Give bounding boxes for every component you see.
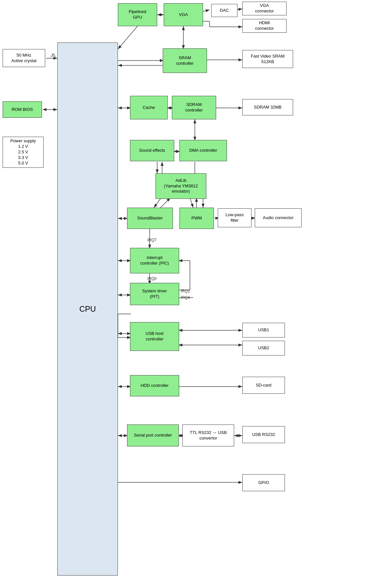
gpio-label: GPIO <box>258 480 269 486</box>
usb1-label: USB1 <box>258 327 269 333</box>
ttl-rs232-box: TTL RS232 ↔ USBconvertor <box>182 424 234 446</box>
svg-line-29 <box>190 198 193 208</box>
dma-controller-label: DMA controller <box>189 148 217 153</box>
svg-line-9 <box>118 26 138 49</box>
irq0-label: IRQ0 <box>147 276 157 281</box>
hdmi-connector-label: HDMIconnector <box>255 20 274 31</box>
usb-host-controller-label: USB hostcontroller <box>146 331 164 342</box>
soundblaster-label: SoundBlaster <box>137 216 163 221</box>
sd-card-box: SD-card <box>242 377 285 394</box>
rom-bios-label: ROM BIOS <box>11 107 33 112</box>
diagram-container: CPU PipelinedGPU VGA DAC VGAconnector HD… <box>0 0 372 588</box>
adlib-box: AdLib(Yamaha YM3812emulator) <box>156 173 206 199</box>
irq4-label: IRQ4 <box>181 295 190 300</box>
usb1-box: USB1 <box>242 323 285 337</box>
dac-label: DAC <box>220 8 229 13</box>
usb-host-controller-box: USB hostcontroller <box>130 322 179 351</box>
audio-connector-box: Audio connector <box>255 208 302 227</box>
active-crystal-box: 50 MHzActive crystal <box>3 49 45 67</box>
cpu-box: CPU <box>57 43 118 576</box>
pwm-label: PWM <box>192 216 202 221</box>
rom-bios-box: ROM BIOS <box>3 101 42 118</box>
interrupt-controller-box: Interruptcontroller (PIC) <box>130 248 179 273</box>
vga-connector-label: VGAconnector <box>255 3 274 14</box>
svg-line-28 <box>160 198 170 208</box>
cache-label: Cache <box>143 105 155 111</box>
sdram-32mb-label: SDRAM 32MB <box>254 105 282 110</box>
sram-controller-label: SRAMcontroller <box>176 55 194 66</box>
serial-port-controller-label: Serial port controller <box>134 433 172 438</box>
dma-controller-box: DMA controller <box>179 140 227 161</box>
dac-box: DAC <box>211 4 237 17</box>
fast-video-sram-label: Fast Video SRAM512KB <box>251 54 285 65</box>
sd-card-label: SD-card <box>256 383 271 388</box>
sdram-32mb-box: SDRAM 32MB <box>242 99 293 115</box>
system-timer-box: System timer(PIT) <box>130 283 179 305</box>
sound-effects-label: Sound effects <box>139 148 165 153</box>
power-supply-label: Power supply1.2 V2.5 V3.3 V5.0 V <box>10 138 36 166</box>
vga-connector-box: VGAconnector <box>242 2 287 15</box>
irq7-label: IRQ7 <box>147 238 157 242</box>
pipelined-gpu-label: PipelinedGPU <box>129 9 146 20</box>
pwm-box: PWM <box>179 208 214 229</box>
gpio-box: GPIO <box>242 474 285 491</box>
usb2-box: USB2 <box>242 341 285 355</box>
lowpass-filter-box: Low-passfilter <box>218 208 251 227</box>
sram-controller-box: SRAMcontroller <box>163 48 207 73</box>
usb2-label: USB2 <box>258 345 269 351</box>
pipelined-gpu-box: PipelinedGPU <box>118 3 157 26</box>
arrows-svg <box>0 0 372 588</box>
active-crystal-label: 50 MHzActive crystal <box>11 53 37 64</box>
interrupt-controller-label: Interruptcontroller (PIC) <box>140 255 169 266</box>
vga-box: VGA <box>164 3 203 26</box>
soundblaster-box: SoundBlaster <box>127 208 173 229</box>
system-timer-label: System timer(PIT) <box>142 288 167 300</box>
cache-box: Cache <box>130 96 168 119</box>
irq1-label: IRQ1 <box>181 289 190 293</box>
adlib-label: AdLib(Yamaha YM3812emulator) <box>164 178 198 195</box>
sound-effects-box: Sound effects <box>130 140 174 161</box>
usb-rs232-label: USB RS232 <box>252 432 275 438</box>
ttl-rs232-label: TTL RS232 ↔ USBconvertor <box>190 430 227 441</box>
sdram-controller-label: SDRAMcontroller <box>185 102 203 113</box>
hdmi-connector-box: HDMIconnector <box>242 19 287 33</box>
cpu-label: CPU <box>79 304 96 314</box>
sdram-controller-box: SDRAMcontroller <box>172 96 216 119</box>
svg-line-3 <box>203 10 210 11</box>
serial-port-controller-box: Serial port controller <box>127 424 179 446</box>
fast-video-sram-box: Fast Video SRAM512KB <box>242 50 293 68</box>
hdd-controller-box: HDD controller <box>130 375 179 396</box>
vga-label: VGA <box>179 12 188 18</box>
audio-connector-label: Audio connector <box>263 215 294 221</box>
power-supply-box: Power supply1.2 V2.5 V3.3 V5.0 V <box>3 137 44 168</box>
lowpass-filter-label: Low-passfilter <box>226 212 244 223</box>
usb-rs232-box: USB RS232 <box>242 426 285 443</box>
hdd-controller-label: HDD controller <box>140 383 168 389</box>
